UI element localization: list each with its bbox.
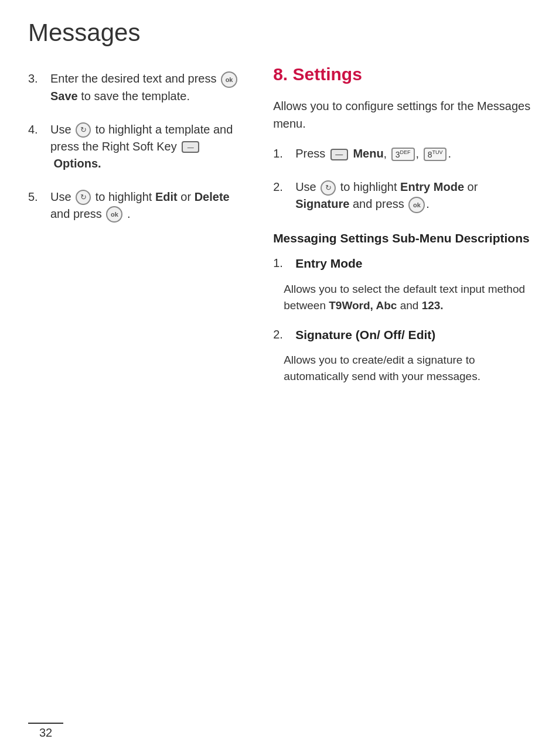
page-number: 32	[28, 723, 63, 740]
list-text: Use ↻ to highlight Entry Mode or Signatu…	[295, 179, 531, 213]
entry-number: 2.	[273, 326, 295, 348]
list-item: 2. Use ↻ to highlight Entry Mode or Sign…	[273, 179, 531, 213]
t9word-label: T9Word, Abc	[329, 299, 397, 312]
subsection-heading: Messaging Settings Sub-Menu Descriptions	[273, 230, 531, 247]
entry-heading: Signature (On/ Off/ Edit)	[295, 326, 435, 344]
nav-icon: ↻	[76, 190, 91, 205]
entry-heading: Entry Mode	[295, 255, 362, 272]
menu-label: Menu	[353, 147, 383, 160]
list-item: 1. Press — Menu, 3DEF, 8TUV.	[273, 145, 531, 162]
signature-label: Signature	[295, 197, 349, 210]
list-number: 5.	[28, 189, 50, 223]
section-title: Settings	[293, 64, 362, 84]
section-intro: Allows you to configure settings for the…	[273, 97, 531, 132]
nav-icon: ↻	[76, 122, 91, 138]
section-number: 8.	[273, 64, 288, 84]
key-8-box: 8TUV	[424, 148, 447, 161]
nav-icon: ↻	[321, 180, 336, 196]
list-number: 3.	[28, 70, 50, 105]
ok-icon: ok	[106, 206, 122, 223]
entry-item: 1. Entry Mode	[273, 255, 531, 277]
123-label: 123.	[422, 299, 444, 312]
menu-arrow-icon: —	[330, 149, 348, 160]
entry-item: 2. Signature (On/ Off/ Edit)	[273, 326, 531, 348]
list-text: Press — Menu, 3DEF, 8TUV.	[295, 145, 531, 162]
entry-description: Allows you to create/edit a signature to…	[284, 352, 531, 385]
list-number: 1.	[273, 145, 295, 162]
entry-number: 1.	[273, 255, 295, 277]
key-3-box: 3DEF	[391, 148, 415, 161]
delete-label: Delete	[195, 190, 230, 203]
section-heading: 8. Settings	[273, 64, 362, 84]
list-item: 5. Use ↻ to highlight Edit or Delete and…	[28, 189, 244, 223]
save-label: Save	[50, 90, 78, 102]
page-title: Messages	[0, 0, 559, 59]
right-column: 8. Settings Allows you to configure sett…	[261, 64, 531, 397]
list-text: Use ↻ to highlight a template and press …	[50, 121, 244, 172]
list-item: 3. Enter the desired text and press ok S…	[28, 70, 244, 105]
left-column: 3. Enter the desired text and press ok S…	[28, 64, 261, 397]
entry-mode-label: Entry Mode	[400, 180, 464, 193]
list-number: 2.	[273, 179, 295, 213]
list-text: Enter the desired text and press ok Save…	[50, 70, 244, 105]
soft-key-icon: —	[182, 141, 199, 153]
ok-icon: ok	[221, 71, 237, 88]
list-text: Use ↻ to highlight Edit or Delete and pr…	[50, 189, 244, 223]
edit-label: Edit	[155, 190, 178, 203]
ok-icon: ok	[408, 197, 425, 213]
options-label: Options.	[54, 157, 101, 170]
list-number: 4.	[28, 121, 50, 172]
list-item: 4. Use ↻ to highlight a template and pre…	[28, 121, 244, 172]
entry-description: Allows you to select the default text in…	[284, 281, 531, 314]
